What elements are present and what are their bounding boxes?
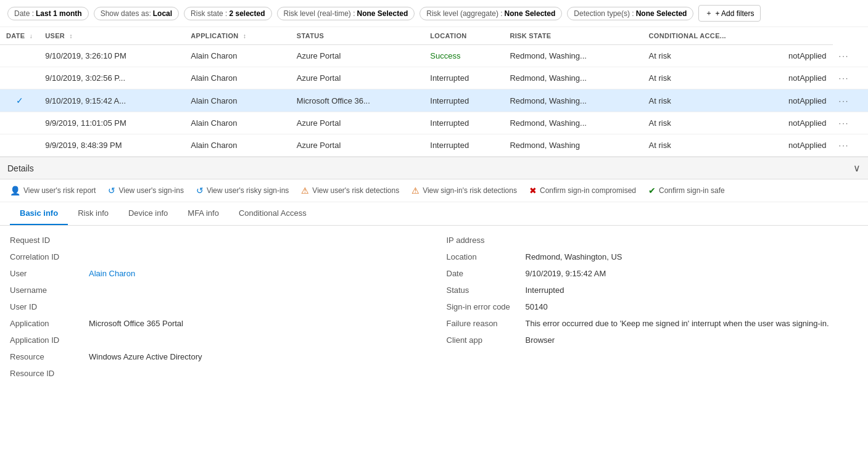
filter-chip-risk-level-realtime[interactable]: Risk level (real-time) :None Selected [277,7,415,20]
detail-label-6-left: Application ID [10,335,84,345]
action-label-view-signin-risk-detections: View sign-in's risk detections [423,186,517,195]
table-row[interactable]: 9/9/2019, 11:01:05 PMAlain CharonAzure P… [0,112,868,134]
row-1-more-options[interactable]: ··· [833,67,868,89]
row-2-date: 9/10/2019, 9:15:42 A... [39,89,184,112]
detail-right-row-2: Date9/10/2019, 9:15:42 AM [447,269,859,278]
details-bar[interactable]: Details ∨ [0,157,868,179]
action-icon-view-risk-report: 👤 [10,186,20,195]
detail-label-6-right: Client app [447,335,521,345]
details-right-panel: IP addressLocationRedmond, Washington, U… [447,236,859,378]
detail-label-7-left: Resource [10,352,84,361]
detail-label-4-left: User ID [10,302,84,311]
detail-right-row-4: Sign-in error code50140 [447,302,859,311]
row-0-more-options[interactable]: ··· [833,45,868,67]
detail-label-5-right: Failure reason [447,319,521,328]
action-view-sign-ins[interactable]: ↺View user's sign-ins [108,186,183,195]
row-3-risk_state: At risk [643,112,783,134]
row-0-conditional_access: notApplied [782,45,832,67]
row-3-status: Interrupted [424,112,503,134]
row-1-conditional_access: notApplied [782,67,832,89]
action-confirm-safe[interactable]: ✔Confirm sign-in safe [648,186,725,195]
row-1-application: Azure Portal [291,67,424,89]
row-3-conditional_access: notApplied [782,112,832,134]
sort-icon-date: ↓ [30,33,33,39]
row-0-application: Azure Portal [291,45,424,67]
detail-label-3-left: Username [10,286,84,295]
row-2-more-options[interactable]: ··· [833,89,868,112]
detail-tabs: Basic infoRisk infoDevice infoMFA infoCo… [0,202,868,226]
action-icon-view-risk-detections: ⚠ [301,186,309,195]
row-1-date: 9/10/2019, 3:02:56 P... [39,67,184,89]
action-view-risk-report[interactable]: 👤View user's risk report [10,186,96,195]
row-4-location: Redmond, Washing [503,134,642,157]
tab-conditional-access[interactable]: Conditional Access [229,202,316,225]
action-icon-view-risky-sign-ins: ↺ [196,186,204,195]
detail-value-6-right: Browser [526,335,555,345]
detail-left-row-8: Resource ID [10,369,422,378]
filter-chip-risk-state[interactable]: Risk state :2 selected [184,7,271,20]
add-filter-button[interactable]: ＋ + Add filters [698,5,761,22]
filter-chip-detection-types[interactable]: Detection type(s) :None Selected [567,7,693,20]
table-row[interactable]: 9/9/2019, 8:48:39 PMAlain CharonAzure Po… [0,134,868,157]
col-header-conditional-access: CONDITIONAL ACCE... [643,27,783,45]
sign-ins-table-container: DATE ↓USER ↕APPLICATION ↕STATUSLOCATIONR… [0,27,868,157]
filter-chip-risk-level-aggregate[interactable]: Risk level (aggregate) :None Selected [420,7,562,20]
col-header-user[interactable]: USER ↕ [39,27,184,45]
action-view-risky-sign-ins[interactable]: ↺View user's risky sign-ins [196,186,289,195]
row-4-more-options[interactable]: ··· [833,134,868,157]
row-2-location: Redmond, Washing... [503,89,642,112]
filter-chip-show-dates[interactable]: Show dates as:Local [94,7,179,20]
row-check-2: ✓ [0,89,39,112]
tab-mfa-info[interactable]: MFA info [178,202,229,225]
tab-device-info[interactable]: Device info [118,202,178,225]
table-row[interactable]: 9/10/2019, 3:02:56 P...Alain CharonAzure… [0,67,868,89]
action-label-view-risky-sign-ins: View user's risky sign-ins [207,186,289,195]
col-header-location: LOCATION [424,27,503,45]
row-check-0 [0,45,39,67]
filter-chip-date[interactable]: Date :Last 1 month [7,7,89,20]
action-icon-view-signin-risk-detections: ⚠ [411,186,420,195]
tab-risk-info[interactable]: Risk info [68,202,118,225]
row-3-more-options[interactable]: ··· [833,112,868,134]
action-view-signin-risk-detections[interactable]: ⚠View sign-in's risk detections [411,186,517,195]
tab-basic-info[interactable]: Basic info [10,202,68,225]
detail-label-1-left: Correlation ID [10,252,84,261]
table-body: 9/10/2019, 3:26:10 PMAlain CharonAzure P… [0,45,868,157]
row-1-user: Alain Charon [184,67,291,89]
detail-value-7-left: Windows Azure Active Directory [89,352,202,361]
detail-right-row-1: LocationRedmond, Washington, US [447,252,859,261]
row-1-location: Redmond, Washing... [503,67,642,89]
row-check-4 [0,134,39,157]
action-label-view-risk-detections: View user's risk detections [312,186,399,195]
table-header: DATE ↓USER ↕APPLICATION ↕STATUSLOCATIONR… [0,27,868,45]
table-row[interactable]: ✓9/10/2019, 9:15:42 A...Alain CharonMicr… [0,89,868,112]
chevron-down-icon: ∨ [853,162,861,174]
row-check-3 [0,112,39,134]
row-3-application: Azure Portal [291,112,424,134]
row-0-status: Success [424,45,503,67]
detail-left-row-3: Username [10,286,422,295]
row-3-date: 9/9/2019, 11:01:05 PM [39,112,184,134]
detail-right-row-5: Failure reasonThis error occurred due to… [447,319,859,328]
detail-left-row-6: Application ID [10,335,422,345]
row-0-risk_state: At risk [643,45,783,67]
action-view-risk-detections[interactable]: ⚠View user's risk detections [301,186,399,195]
row-4-application: Azure Portal [291,134,424,157]
col-header-application[interactable]: APPLICATION ↕ [184,27,291,45]
detail-label-2-right: Date [447,269,521,278]
detail-value-2-left[interactable]: Alain Charon [89,269,135,278]
details-content: Request IDCorrelation IDUserAlain Charon… [0,226,868,388]
action-icon-confirm-safe: ✔ [648,186,656,195]
action-label-confirm-compromised: Confirm sign-in compromised [540,186,636,195]
actions-bar: 👤View user's risk report↺View user's sig… [0,179,868,202]
col-header-risk-state: RISK STATE [503,27,642,45]
row-2-risk_state: At risk [643,89,783,112]
detail-left-row-4: User ID [10,302,422,311]
table-row[interactable]: 9/10/2019, 3:26:10 PMAlain CharonAzure P… [0,45,868,67]
col-header-date[interactable]: DATE ↓ [0,27,39,45]
sort-icon-user: ↕ [69,33,72,39]
sort-icon-application: ↕ [243,33,246,39]
action-confirm-compromised[interactable]: ✖Confirm sign-in compromised [529,186,636,195]
details-left-panel: Request IDCorrelation IDUserAlain Charon… [10,236,447,378]
detail-right-row-0: IP address [447,236,859,245]
